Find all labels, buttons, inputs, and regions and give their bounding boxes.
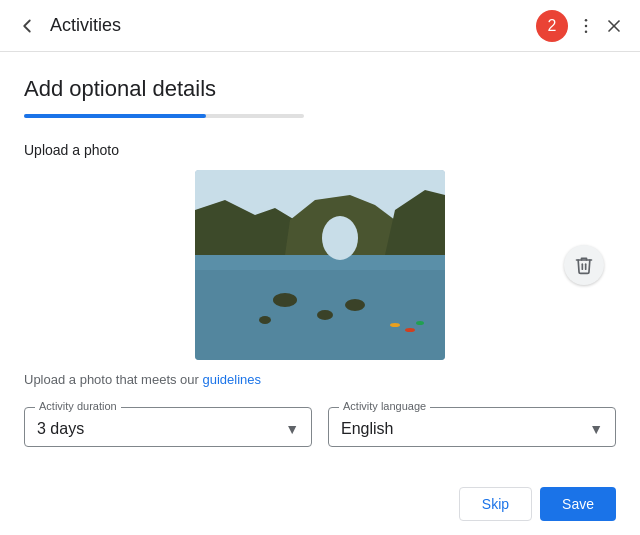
svg-point-0 [585,18,588,21]
svg-point-12 [273,293,297,307]
language-value: English [341,420,393,438]
photo-area [24,170,616,360]
svg-point-15 [259,316,271,324]
more-options-icon[interactable] [576,16,596,36]
header: Activities 2 [0,0,640,52]
duration-dropdown-icon: ▼ [285,421,299,437]
progress-bar [24,114,304,118]
footer: Skip Save [0,487,640,535]
duration-value: 3 days [37,420,84,438]
svg-point-1 [585,24,588,27]
activity-duration-field[interactable]: Activity duration 3 days ▼ [24,407,312,447]
page-title: Add optional details [24,76,616,102]
guidelines-text: Upload a photo that meets our guidelines [24,372,616,387]
close-button[interactable] [604,16,624,36]
save-button[interactable]: Save [540,487,616,521]
language-dropdown-icon: ▼ [589,421,603,437]
svg-point-16 [390,323,400,327]
language-label: Activity language [339,400,430,412]
upload-photo-label: Upload a photo [24,142,616,158]
form-row: Activity duration 3 days ▼ Activity lang… [24,407,616,447]
svg-point-17 [405,328,415,332]
notification-badge: 2 [536,10,568,42]
photo-preview[interactable] [195,170,445,360]
header-title: Activities [50,15,536,36]
delete-photo-button[interactable] [564,245,604,285]
svg-point-13 [317,310,333,320]
svg-point-18 [416,321,424,325]
skip-button[interactable]: Skip [459,487,532,521]
svg-point-10 [322,216,358,260]
back-button[interactable] [16,15,38,37]
main-content: Add optional details Upload a photo [0,52,640,487]
activity-language-field[interactable]: Activity language English ▼ [328,407,616,447]
svg-point-14 [345,299,365,311]
svg-point-2 [585,30,588,33]
duration-label: Activity duration [35,400,121,412]
duration-select[interactable]: 3 days ▼ [37,416,299,438]
progress-bar-fill [24,114,206,118]
language-select[interactable]: English ▼ [341,416,603,438]
guidelines-link[interactable]: guidelines [203,372,262,387]
